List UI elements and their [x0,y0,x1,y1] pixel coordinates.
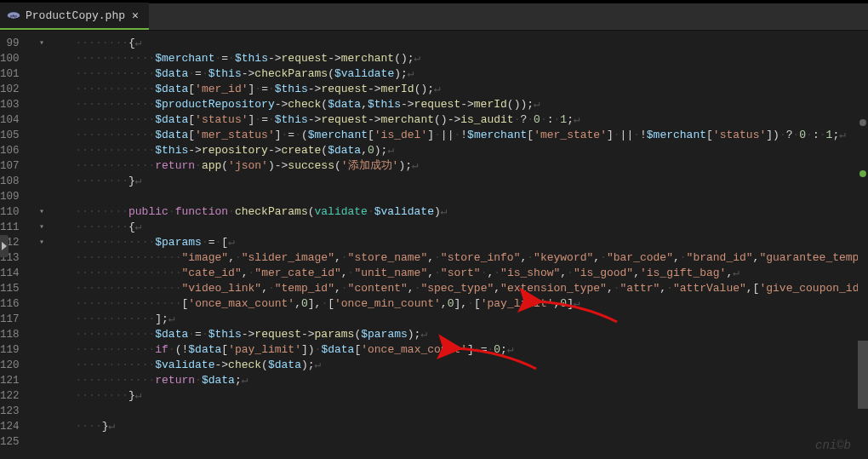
watermark-text: cni©b [815,439,851,452]
code-line[interactable]: ············$data['mer_id']·=·$this->req… [76,82,868,97]
code-line[interactable]: ········}↵ [76,174,868,189]
code-line[interactable]: ············$data['status']·=·$this->req… [76,112,868,128]
code-line[interactable]: ················"image",·"slider_image",… [76,250,868,266]
scrollbar-thumb[interactable] [858,341,868,409]
code-line[interactable]: ············$params·=·[↵ [76,235,868,250]
code-line[interactable]: ············$productRepository->check($d… [76,97,868,112]
scroll-mark [859,119,866,126]
code-line[interactable]: ········{↵ [76,220,868,235]
code-editor[interactable]: 9910010110210310410510610710810911011111… [0,31,868,459]
code-line[interactable]: ············$data['mer_status']·=·($merc… [76,128,868,143]
code-line[interactable]: ········{↵ [76,36,868,51]
code-line[interactable]: ················"video_link",·"temp_id",… [76,281,868,296]
code-line[interactable]: ············$validate->check($data);↵ [76,358,868,373]
code-line[interactable] [76,404,868,419]
code-line[interactable] [76,434,868,450]
code-line[interactable]: ············$data·=·$this->checkParams($… [76,66,868,82]
tab-close-icon[interactable]: ✕ [130,9,140,22]
vertical-scrollbar[interactable] [858,68,868,459]
code-line[interactable]: ············return·$data;↵ [76,373,868,388]
left-panel-toggle[interactable] [0,235,9,257]
code-line[interactable]: ····}↵ [76,419,868,434]
tab-filename: ProductCopy.php [26,9,125,22]
code-line[interactable] [76,189,868,204]
php-file-icon: php [7,9,20,22]
code-line[interactable]: ············$merchant·=·$this->request->… [76,51,868,66]
code-line[interactable]: ············];↵ [76,312,868,327]
code-line[interactable]: ········public·function·checkParams(vali… [76,204,868,220]
code-line[interactable]: ············if·(!$data['pay_limit'])·$da… [76,342,868,358]
code-area[interactable]: ········{↵············$merchant·=·$this-… [25,31,868,459]
scroll-mark [859,170,866,177]
code-line[interactable]: ············$data·=·$this->request->para… [76,327,868,342]
code-line[interactable]: ············return·app('json')->success(… [76,158,868,174]
svg-text:php: php [10,14,17,18]
code-line[interactable]: ················['once_max_count',0],·['… [76,296,868,312]
code-line[interactable]: ················"cate_id",·"mer_cate_id"… [76,266,868,281]
tab-bar: php ProductCopy.php ✕ [0,3,868,31]
tab-productcopy[interactable]: php ProductCopy.php ✕ [0,3,149,30]
code-line[interactable]: ············$this->repository->create($d… [76,143,868,158]
code-line[interactable]: ········}↵ [76,388,868,404]
